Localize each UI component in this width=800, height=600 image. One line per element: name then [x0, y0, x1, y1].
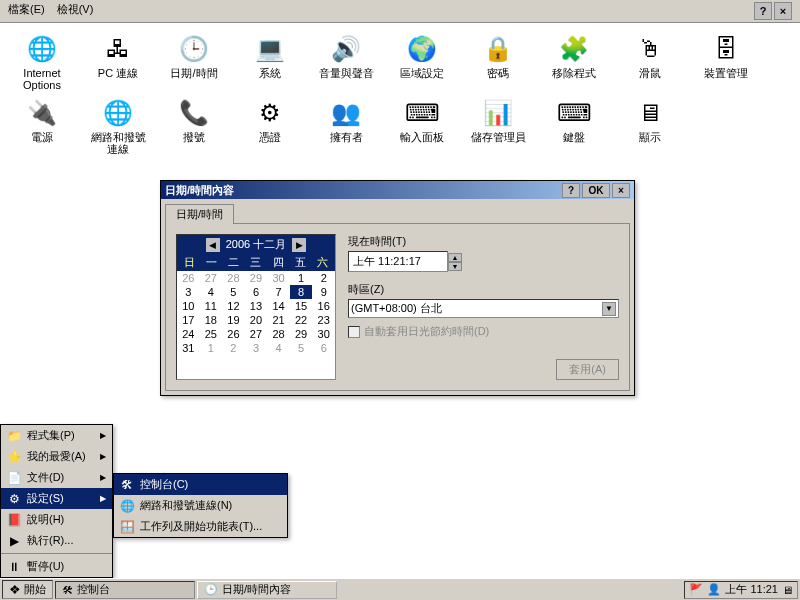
cal-day-31[interactable]: 31 — [177, 341, 200, 355]
password[interactable]: 🔒密碼 — [468, 33, 528, 91]
network-dialup[interactable]: 🌐網路和撥號連線 — [88, 97, 148, 155]
help-button[interactable]: ? — [754, 2, 772, 20]
input-panel[interactable]: ⌨輸入面板 — [392, 97, 452, 155]
sub-control-panel[interactable]: 🛠控制台(C) — [114, 474, 287, 495]
cal-month-year: 2006 十二月 — [226, 237, 287, 252]
cal-day-16[interactable]: 16 — [312, 299, 335, 313]
cal-day-20[interactable]: 20 — [245, 313, 268, 327]
dialing-label: 撥號 — [183, 131, 205, 143]
cal-day-1[interactable]: 1 — [290, 271, 313, 285]
tray-user-icon[interactable]: 👤 — [707, 583, 721, 596]
tray-clock[interactable]: 上午 11:21 — [725, 582, 778, 597]
storage-mgr[interactable]: 📊儲存管理員 — [468, 97, 528, 155]
cal-day-3[interactable]: 3 — [177, 285, 200, 299]
power-icon: 🔌 — [26, 97, 58, 129]
time-input[interactable]: 上午 11:21:17 — [348, 251, 448, 272]
storage-mgr-icon: 📊 — [482, 97, 514, 129]
close-button[interactable]: × — [774, 2, 792, 20]
cal-day-14[interactable]: 14 — [267, 299, 290, 313]
cal-day-22[interactable]: 22 — [290, 313, 313, 327]
sm-documents[interactable]: 📄文件(D)▶ — [1, 467, 112, 488]
cal-days[interactable]: 2627282930123456789101112131415161718192… — [177, 271, 335, 355]
cal-day-2[interactable]: 2 — [312, 271, 335, 285]
cal-day-30[interactable]: 30 — [312, 327, 335, 341]
storage-mgr-label: 儲存管理員 — [471, 131, 526, 143]
cal-day-29[interactable]: 29 — [290, 327, 313, 341]
power[interactable]: 🔌電源 — [12, 97, 72, 155]
dialog-ok-button[interactable]: OK — [582, 183, 610, 198]
date-time[interactable]: 🕒日期/時間 — [164, 33, 224, 91]
cal-day-11[interactable]: 11 — [200, 299, 223, 313]
sub-network[interactable]: 🌐網路和撥號連線(N) — [114, 495, 287, 516]
sm-run[interactable]: ▶執行(R)... — [1, 530, 112, 551]
device-mgmt[interactable]: 🗄裝置管理 — [696, 33, 756, 91]
cal-day-12[interactable]: 12 — [222, 299, 245, 313]
menu-file[interactable]: 檔案(E) — [8, 2, 45, 20]
dialog-titlebar: 日期/時間內容 ? OK × — [161, 181, 634, 199]
cal-day-17[interactable]: 17 — [177, 313, 200, 327]
system-tray[interactable]: 🚩 👤 上午 11:21 🖥 — [684, 581, 798, 599]
cal-day-4[interactable]: 4 — [200, 285, 223, 299]
calendar[interactable]: ◀ 2006 十二月 ▶ 日一二三四五六 2627282930123456789… — [176, 234, 336, 380]
sm-help[interactable]: 📕說明(H) — [1, 509, 112, 530]
sm-separator — [1, 553, 112, 554]
sound[interactable]: 🔊音量與聲音 — [316, 33, 376, 91]
tz-select[interactable]: (GMT+08:00) 台北 ▼ — [348, 299, 619, 318]
chevron-down-icon[interactable]: ▼ — [602, 302, 616, 316]
dialing-icon: 📞 — [178, 97, 210, 129]
sm-programs[interactable]: 📁程式集(P)▶ — [1, 425, 112, 446]
mouse[interactable]: 🖱滑鼠 — [620, 33, 680, 91]
dialing[interactable]: 📞撥號 — [164, 97, 224, 155]
cal-day-6[interactable]: 6 — [245, 285, 268, 299]
remove-programs[interactable]: 🧩移除程式 — [544, 33, 604, 91]
cal-day-24[interactable]: 24 — [177, 327, 200, 341]
sm-suspend[interactable]: ⏸暫停(U) — [1, 556, 112, 577]
sm-settings[interactable]: ⚙設定(S)▶ — [1, 488, 112, 509]
owner[interactable]: 👥擁有者 — [316, 97, 376, 155]
tab-datetime[interactable]: 日期/時間 — [165, 204, 234, 224]
datetime-dialog: 日期/時間內容 ? OK × 日期/時間 ◀ 2006 十二月 ▶ 日一二三四五… — [160, 180, 635, 396]
cal-next-icon[interactable]: ▶ — [292, 238, 306, 252]
sub-taskbar[interactable]: 🪟工作列及開始功能表(T)... — [114, 516, 287, 537]
sm-favorites[interactable]: ⭐我的最愛(A)▶ — [1, 446, 112, 467]
cal-day-13[interactable]: 13 — [245, 299, 268, 313]
task-datetime[interactable]: 🕒日期/時間內容 — [197, 581, 337, 599]
start-button[interactable]: ❖開始 — [2, 580, 53, 599]
regional[interactable]: 🌍區域設定 — [392, 33, 452, 91]
cal-prev-icon[interactable]: ◀ — [206, 238, 220, 252]
cal-day-10[interactable]: 10 — [177, 299, 200, 313]
cal-day-18[interactable]: 18 — [200, 313, 223, 327]
menu-view[interactable]: 檢視(V) — [57, 2, 94, 20]
pc-connection[interactable]: 🖧PC 連線 — [88, 33, 148, 91]
task-control-panel[interactable]: 🛠控制台 — [55, 581, 195, 599]
cal-day-19[interactable]: 19 — [222, 313, 245, 327]
display[interactable]: 🖥顯示 — [620, 97, 680, 155]
tray-desktop-icon[interactable]: 🖥 — [782, 584, 793, 596]
tray-flag-icon[interactable]: 🚩 — [689, 583, 703, 596]
internet-options-icon: 🌐 — [26, 33, 58, 65]
cal-day-28[interactable]: 28 — [267, 327, 290, 341]
internet-options[interactable]: 🌐Internet Options — [12, 33, 72, 91]
dialog-help-button[interactable]: ? — [562, 183, 580, 198]
keyboard[interactable]: ⌨鍵盤 — [544, 97, 604, 155]
cal-day-27[interactable]: 27 — [245, 327, 268, 341]
date-time-icon: 🕒 — [178, 33, 210, 65]
time-spinner[interactable]: ▲▼ — [448, 253, 462, 271]
cal-day-5[interactable]: 5 — [222, 285, 245, 299]
documents-icon: 📄 — [7, 471, 21, 485]
certificates[interactable]: ⚙憑證 — [240, 97, 300, 155]
cal-day-26[interactable]: 26 — [222, 327, 245, 341]
system[interactable]: 💻系統 — [240, 33, 300, 91]
cal-day-21[interactable]: 21 — [267, 313, 290, 327]
cal-day-7[interactable]: 7 — [267, 285, 290, 299]
cal-day-8[interactable]: 8 — [290, 285, 313, 299]
tz-label: 時區(Z) — [348, 282, 619, 297]
regional-label: 區域設定 — [400, 67, 444, 79]
dialog-close-button[interactable]: × — [612, 183, 630, 198]
keyboard-label: 鍵盤 — [563, 131, 585, 143]
cal-day-25[interactable]: 25 — [200, 327, 223, 341]
cal-day-23[interactable]: 23 — [312, 313, 335, 327]
apply-button[interactable]: 套用(A) — [556, 359, 619, 380]
cal-day-9[interactable]: 9 — [312, 285, 335, 299]
cal-day-15[interactable]: 15 — [290, 299, 313, 313]
